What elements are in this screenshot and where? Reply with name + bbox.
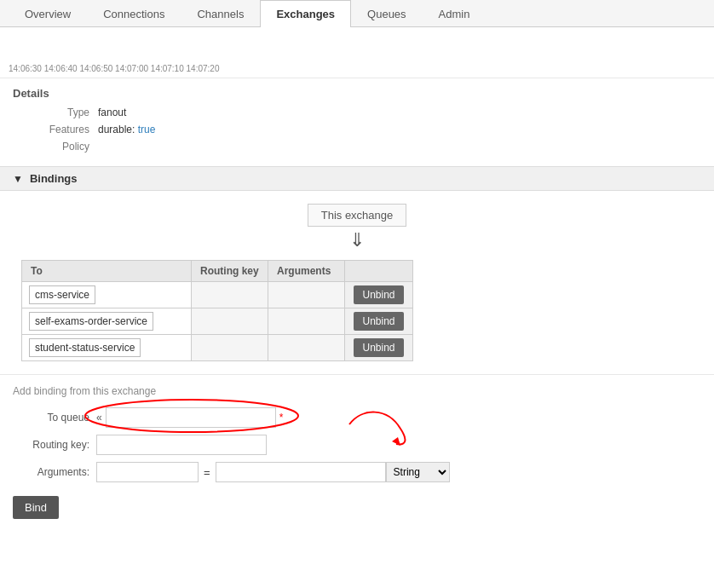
service-name: cms-service bbox=[29, 285, 95, 304]
unbind-button[interactable]: Unbind bbox=[354, 285, 403, 304]
equals-sign: = bbox=[204, 466, 210, 479]
col-arguments: Arguments bbox=[268, 261, 345, 282]
chart-times: 14:06:30 14:06:40 14:06:50 14:07:00 14:0… bbox=[9, 64, 219, 73]
features-value: durable: true bbox=[98, 124, 155, 135]
unbind-cell: Unbind bbox=[345, 308, 413, 335]
policy-label: Policy bbox=[30, 141, 89, 153]
unbind-cell: Unbind bbox=[345, 335, 413, 361]
bindings-table: To Routing key Arguments cms-service Unb… bbox=[21, 260, 413, 361]
unbind-button[interactable]: Unbind bbox=[354, 338, 403, 357]
to-queue-separator: « bbox=[96, 412, 102, 424]
arguments-value-input[interactable] bbox=[216, 462, 386, 482]
table-row: cms-service Unbind bbox=[22, 282, 413, 308]
nav-tab-connections[interactable]: Connections bbox=[87, 0, 181, 27]
to-queue-row: To queue « * bbox=[13, 407, 701, 428]
col-to: To bbox=[22, 261, 192, 282]
arguments-cell bbox=[268, 308, 345, 335]
down-arrow-icon: ⇓ bbox=[349, 229, 365, 251]
details-title: Details bbox=[13, 87, 701, 100]
details-features-row: Features durable: true bbox=[30, 124, 701, 135]
details-policy-row: Policy bbox=[30, 141, 701, 153]
bindings-arrow-icon: ▼ bbox=[13, 173, 23, 185]
unbind-cell: Unbind bbox=[345, 282, 413, 308]
service-name: self-exams-order-service bbox=[29, 312, 153, 331]
details-type-row: Type fanout bbox=[30, 107, 701, 118]
nav-tabs: OverviewConnectionsChannelsExchangesQueu… bbox=[0, 0, 714, 27]
bind-button[interactable]: Bind bbox=[13, 496, 59, 519]
to-queue-input[interactable] bbox=[106, 407, 276, 428]
arguments-cell bbox=[268, 282, 345, 308]
col-routing-key: Routing key bbox=[192, 261, 268, 282]
nav-tab-queues[interactable]: Queues bbox=[351, 0, 423, 27]
arguments-label: Arguments: bbox=[13, 466, 89, 478]
arguments-key-input[interactable] bbox=[96, 462, 199, 482]
routing-key-input[interactable] bbox=[96, 435, 267, 455]
this-exchange-box: This exchange bbox=[308, 204, 407, 227]
chart-area: 14:06:30 14:06:40 14:06:50 14:07:00 14:0… bbox=[0, 27, 714, 78]
bindings-title: Bindings bbox=[30, 172, 78, 185]
nav-tab-channels[interactable]: Channels bbox=[181, 0, 260, 27]
routing-key-label: Routing key: bbox=[13, 439, 89, 451]
col-action bbox=[345, 261, 413, 282]
required-star: * bbox=[279, 412, 284, 424]
service-name: student-status-service bbox=[29, 338, 141, 357]
arguments-cell bbox=[268, 335, 345, 361]
type-value: fanout bbox=[98, 107, 126, 118]
details-section: Details Type fanout Features durable: tr… bbox=[0, 78, 714, 166]
type-label: Type bbox=[30, 107, 89, 118]
unbind-button[interactable]: Unbind bbox=[354, 312, 403, 331]
this-exchange-container: This exchange ⇓ bbox=[13, 204, 701, 251]
add-binding-title: Add binding from this exchange bbox=[13, 385, 701, 397]
add-binding-section: Add binding from this exchange To queue … bbox=[0, 374, 714, 529]
nav-tab-exchanges[interactable]: Exchanges bbox=[260, 0, 351, 27]
features-bool: true bbox=[138, 124, 156, 135]
bindings-header[interactable]: ▼ Bindings bbox=[0, 166, 714, 191]
nav-tab-admin[interactable]: Admin bbox=[423, 0, 487, 27]
routing-key-cell bbox=[192, 335, 268, 361]
nav-tab-overview[interactable]: Overview bbox=[9, 0, 87, 27]
routing-key-row: Routing key: bbox=[13, 435, 701, 455]
details-table: Type fanout Features durable: true Polic… bbox=[30, 107, 701, 153]
table-row: self-exams-order-service Unbind bbox=[22, 308, 413, 335]
to-queue-label: To queue bbox=[13, 412, 89, 424]
routing-key-cell bbox=[192, 282, 268, 308]
features-label: Features bbox=[30, 124, 89, 135]
routing-key-cell bbox=[192, 308, 268, 335]
table-row: student-status-service Unbind bbox=[22, 335, 413, 361]
bindings-body: This exchange ⇓ To Routing key Arguments… bbox=[0, 191, 714, 374]
features-key: durable: bbox=[98, 124, 135, 135]
arguments-type-select[interactable]: StringNumberBoolean bbox=[386, 462, 450, 482]
arguments-row: Arguments: = StringNumberBoolean bbox=[13, 462, 701, 482]
